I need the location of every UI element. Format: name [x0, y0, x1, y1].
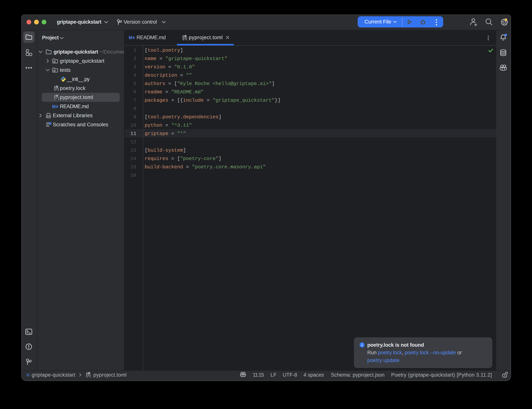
svg-text:M: M — [129, 35, 132, 40]
svg-text:M: M — [52, 104, 56, 109]
